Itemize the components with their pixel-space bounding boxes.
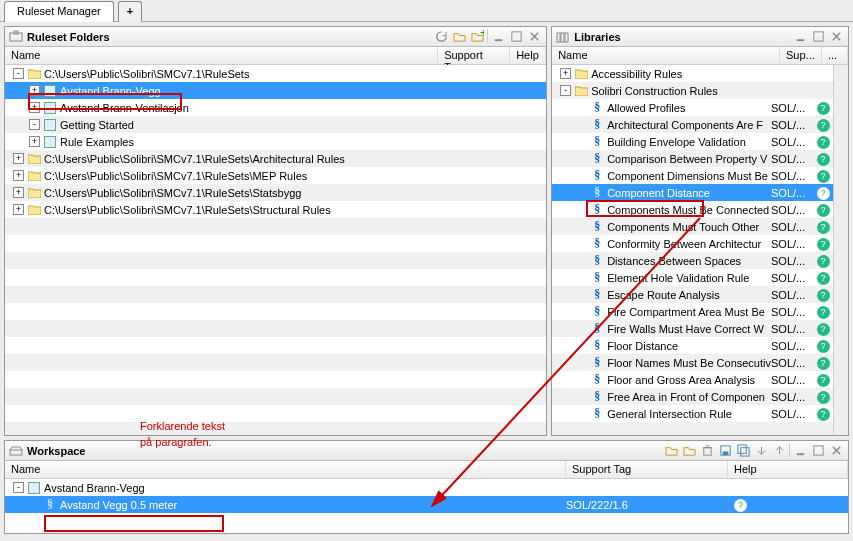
col-support-tag[interactable]: Sup...	[780, 47, 822, 64]
row-help[interactable]: ?	[813, 118, 833, 132]
row-help[interactable]: ?	[813, 373, 833, 387]
expand-toggle[interactable]: +	[29, 102, 40, 113]
add-folder-icon[interactable]: +	[469, 29, 485, 45]
tree-row[interactable]: +Avstand Brann-Vegg	[5, 82, 546, 99]
tree-row[interactable]: §Architectural Components Are FSOL/...?	[552, 116, 833, 133]
row-help[interactable]: ?	[728, 498, 848, 512]
workspace-tree[interactable]: -Avstand Brann-Vegg§Avstand Vegg 0.5 met…	[5, 479, 848, 533]
tree-row[interactable]: §Floor Names Must Be ConsecutivSOL/...?	[552, 354, 833, 371]
row-help[interactable]: ?	[813, 220, 833, 234]
col-help[interactable]: Help	[728, 461, 848, 478]
tree-row[interactable]: §Escape Route AnalysisSOL/...?	[552, 286, 833, 303]
tree-row[interactable]: §Fire Walls Must Have Correct WSOL/...?	[552, 320, 833, 337]
expand-toggle[interactable]: -	[29, 119, 40, 130]
expand-toggle[interactable]: +	[560, 68, 571, 79]
expand-toggle[interactable]: +	[13, 170, 24, 181]
row-help[interactable]: ?	[813, 203, 833, 217]
row-help[interactable]: ?	[813, 152, 833, 166]
tab-add[interactable]: +	[118, 1, 142, 22]
maximize-icon[interactable]	[810, 443, 826, 459]
col-help[interactable]: ...	[822, 47, 848, 64]
scrollbar[interactable]	[833, 65, 848, 435]
row-help[interactable]: ?	[813, 169, 833, 183]
col-support-tag[interactable]: Support Tag	[566, 461, 728, 478]
tree-row[interactable]: -Solibri Construction Rules	[552, 82, 833, 99]
collapse-all-icon[interactable]	[771, 443, 787, 459]
tree-row[interactable]: §Comparison Between Property VSOL/...?	[552, 150, 833, 167]
tree-row[interactable]: §Free Area in Front of ComponenSOL/...?	[552, 388, 833, 405]
folders-tree[interactable]: -C:\Users\Public\Solibri\SMCv7.1\RuleSet…	[5, 65, 546, 435]
col-help[interactable]: Help	[510, 47, 546, 64]
delete-icon[interactable]	[699, 443, 715, 459]
tree-row[interactable]: §Conformity Between ArchitecturSOL/...?	[552, 235, 833, 252]
row-help[interactable]: ?	[813, 407, 833, 421]
row-help[interactable]: ?	[813, 237, 833, 251]
tree-row[interactable]: -Avstand Brann-Vegg	[5, 479, 848, 496]
tree-row[interactable]: §Avstand Vegg 0.5 meterSOL/222/1.6?	[5, 496, 848, 513]
col-name[interactable]: Name	[5, 47, 438, 64]
tree-row[interactable]: +Rule Examples	[5, 133, 546, 150]
row-help[interactable]: ?	[813, 322, 833, 336]
minimize-icon[interactable]	[792, 443, 808, 459]
row-help[interactable]: ?	[813, 101, 833, 115]
tree-row[interactable]: §Floor and Gross Area AnalysisSOL/...?	[552, 371, 833, 388]
col-support-tag[interactable]: Support Tag	[438, 47, 510, 64]
open-folder-icon[interactable]	[451, 29, 467, 45]
col-name[interactable]: Name	[552, 47, 780, 64]
maximize-icon[interactable]	[508, 29, 524, 45]
row-help[interactable]: ?	[813, 356, 833, 370]
tree-row[interactable]: §Floor DistanceSOL/...?	[552, 337, 833, 354]
expand-toggle[interactable]: -	[560, 85, 571, 96]
close-icon[interactable]	[828, 443, 844, 459]
expand-toggle[interactable]: +	[13, 187, 24, 198]
tree-row[interactable]: §Fire Compartment Area Must BeSOL/...?	[552, 303, 833, 320]
tree-row[interactable]: +Avstand Brann-Ventilasjon	[5, 99, 546, 116]
tree-row[interactable]: §Element Hole Validation RuleSOL/...?	[552, 269, 833, 286]
expand-toggle[interactable]: -	[13, 482, 24, 493]
tree-row[interactable]: +Accessibility Rules	[552, 65, 833, 82]
row-help[interactable]: ?	[813, 271, 833, 285]
maximize-icon[interactable]	[810, 29, 826, 45]
ruleset-folders-panel: Ruleset Folders + Name Support Tag Help …	[4, 26, 547, 436]
add-icon[interactable]	[681, 443, 697, 459]
row-help[interactable]: ?	[813, 339, 833, 353]
tree-row[interactable]: +C:\Users\Public\Solibri\SMCv7.1\RuleSet…	[5, 150, 546, 167]
tree-row[interactable]: -Getting Started	[5, 116, 546, 133]
tree-row[interactable]: §Component Dimensions Must BeSOL/...?	[552, 167, 833, 184]
tab-ruleset-manager[interactable]: Ruleset Manager	[4, 1, 114, 22]
save-all-icon[interactable]	[735, 443, 751, 459]
close-icon[interactable]	[526, 29, 542, 45]
row-help[interactable]: ?	[813, 288, 833, 302]
expand-toggle[interactable]: +	[13, 153, 24, 164]
tree-row[interactable]: §General Intersection RuleSOL/...?	[552, 405, 833, 422]
minimize-icon[interactable]	[490, 29, 506, 45]
row-help[interactable]: ?	[813, 135, 833, 149]
expand-toggle[interactable]: +	[29, 136, 40, 147]
row-help[interactable]: ?	[813, 390, 833, 404]
tree-row[interactable]: §Allowed ProfilesSOL/...?	[552, 99, 833, 116]
row-help[interactable]: ?	[813, 254, 833, 268]
close-icon[interactable]	[828, 29, 844, 45]
tree-row[interactable]: +C:\Users\Public\Solibri\SMCv7.1\RuleSet…	[5, 184, 546, 201]
row-label: Fire Walls Must Have Correct W	[607, 323, 771, 335]
tree-row[interactable]: +C:\Users\Public\Solibri\SMCv7.1\RuleSet…	[5, 201, 546, 218]
open-icon[interactable]	[663, 443, 679, 459]
tree-row[interactable]: -C:\Users\Public\Solibri\SMCv7.1\RuleSet…	[5, 65, 546, 82]
save-icon[interactable]	[717, 443, 733, 459]
refresh-icon[interactable]	[433, 29, 449, 45]
expand-toggle[interactable]: +	[13, 204, 24, 215]
expand-all-icon[interactable]	[753, 443, 769, 459]
tree-row[interactable]: +C:\Users\Public\Solibri\SMCv7.1\RuleSet…	[5, 167, 546, 184]
tree-row[interactable]: §Building Envelope ValidationSOL/...?	[552, 133, 833, 150]
row-help[interactable]: ?	[813, 186, 833, 200]
expand-toggle[interactable]: -	[13, 68, 24, 79]
tree-row[interactable]: §Distances Between SpacesSOL/...?	[552, 252, 833, 269]
col-name[interactable]: Name	[5, 461, 566, 478]
libraries-tree[interactable]: +Accessibility Rules-Solibri Constructio…	[552, 65, 833, 435]
tree-row[interactable]: §Components Must Touch OtherSOL/...?	[552, 218, 833, 235]
row-help[interactable]: ?	[813, 305, 833, 319]
minimize-icon[interactable]	[792, 29, 808, 45]
expand-toggle[interactable]: +	[29, 85, 40, 96]
tree-row[interactable]: §Components Must Be ConnectedSOL/...?	[552, 201, 833, 218]
tree-row[interactable]: §Component DistanceSOL/...?	[552, 184, 833, 201]
